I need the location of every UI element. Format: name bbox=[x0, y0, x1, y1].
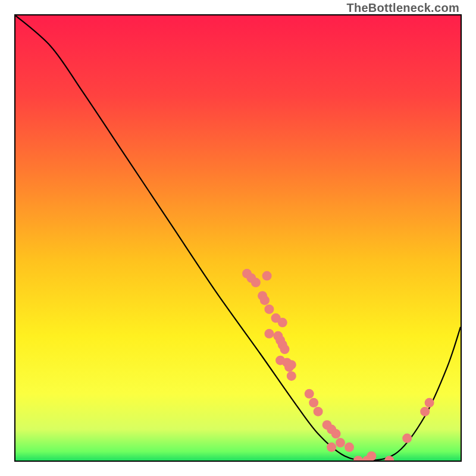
data-marker bbox=[264, 305, 274, 314]
data-markers bbox=[242, 269, 434, 461]
data-marker bbox=[314, 407, 323, 416]
data-marker bbox=[353, 456, 363, 461]
data-marker bbox=[251, 278, 261, 287]
data-marker bbox=[262, 271, 272, 281]
data-marker bbox=[278, 318, 287, 327]
data-marker bbox=[327, 443, 336, 452]
data-marker bbox=[309, 398, 318, 408]
data-marker bbox=[367, 452, 376, 461]
data-marker bbox=[287, 371, 296, 381]
data-marker bbox=[264, 329, 274, 339]
data-marker bbox=[260, 296, 270, 305]
data-marker bbox=[280, 345, 290, 354]
data-marker bbox=[331, 429, 341, 439]
chart-plot bbox=[15, 15, 461, 461]
data-marker bbox=[384, 456, 394, 461]
data-marker bbox=[420, 407, 430, 416]
data-marker bbox=[402, 434, 412, 443]
watermark-text: TheBottleneck.com bbox=[346, 1, 459, 15]
data-marker bbox=[305, 389, 314, 399]
chart-frame bbox=[14, 14, 462, 462]
bottleneck-curve bbox=[15, 15, 461, 461]
data-marker bbox=[287, 360, 296, 369]
data-marker bbox=[345, 443, 354, 452]
data-marker bbox=[425, 398, 434, 408]
data-marker bbox=[336, 438, 345, 447]
